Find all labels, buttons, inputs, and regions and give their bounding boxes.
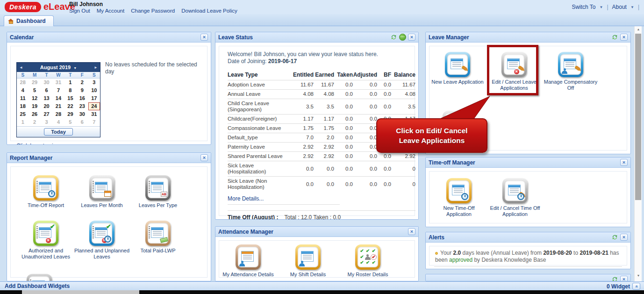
calendar-day-selected[interactable]: 24 [88, 102, 100, 110]
add-dashboard-widgets-link[interactable]: Add Dashboard Widgets [5, 283, 70, 289]
calendar-day[interactable]: 16 [76, 94, 88, 102]
my-account-link[interactable]: My Account [97, 8, 124, 14]
close-icon[interactable]: × [408, 34, 415, 41]
more-details-link[interactable]: More Details... [228, 195, 264, 202]
launcher-new-time-off-application[interactable]: New Time-Off Application [431, 178, 487, 217]
time-off-report-icon[interactable] [33, 175, 58, 201]
calendar-day[interactable]: 30 [41, 79, 52, 86]
calendar-day[interactable]: 9 [76, 86, 88, 94]
planned-and-unplanned-leaves-icon[interactable]: ✔× [89, 221, 114, 246]
my-roster-details-icon[interactable]: ✔✔✔✔✔✔✔✔ [355, 244, 380, 270]
collapse-panel-button[interactable]: « [632, 283, 640, 290]
options-icon[interactable]: ··· [399, 34, 406, 41]
calendar-day[interactable]: 5 [29, 86, 40, 94]
today-button[interactable]: Today [44, 128, 73, 136]
close-icon[interactable]: × [620, 234, 628, 241]
calendar-day[interactable]: 28 [17, 79, 29, 86]
calendar-day[interactable]: 6 [76, 118, 88, 126]
calendar-day[interactable]: 7 [88, 118, 100, 126]
calendar-day[interactable]: 22 [64, 102, 76, 110]
calendar-day[interactable]: 17 [88, 94, 100, 102]
launcher-total-paid-lwp[interactable]: Total Paid-LWP [130, 221, 186, 260]
calendar-day[interactable]: 14 [52, 94, 64, 102]
refresh-icon[interactable] [611, 34, 618, 41]
view-more-link[interactable]: Click here to view more [16, 143, 75, 145]
calendar-day[interactable]: 30 [76, 110, 88, 118]
calendar-day[interactable]: 28 [52, 110, 64, 118]
calendar-day[interactable]: 23 [76, 102, 88, 110]
calendar-day[interactable]: 4 [52, 118, 64, 126]
calendar-day[interactable]: 7 [52, 86, 64, 94]
my-attendance-details-icon[interactable] [236, 244, 261, 270]
prev-month-icon[interactable]: ◄ [19, 65, 23, 70]
about-link[interactable]: About [612, 4, 627, 10]
launcher-edit-cancel-time-off-application[interactable]: ✎Edit / Cancel Time Off Application [487, 178, 543, 217]
calendar-day[interactable]: 2 [29, 118, 40, 126]
close-icon[interactable]: × [620, 159, 628, 166]
calendar-day[interactable]: 27 [41, 110, 52, 118]
calendar-day[interactable]: 1 [64, 79, 76, 86]
calendar-day[interactable]: 15 [64, 94, 76, 102]
calendar-day[interactable]: 11 [17, 94, 29, 102]
calendar-day[interactable]: 12 [29, 94, 40, 102]
calendar-day[interactable]: 29 [64, 110, 76, 118]
close-icon[interactable]: × [200, 154, 208, 161]
calendar-day[interactable]: 20 [41, 102, 52, 110]
calendar-day[interactable]: 29 [29, 79, 40, 86]
calendar-day[interactable]: 2 [76, 79, 88, 86]
calendar-day[interactable]: 1 [17, 118, 29, 126]
app-icon[interactable] [27, 274, 52, 281]
launcher-my-roster-details[interactable]: ✔✔✔✔✔✔✔✔My Roster Details [340, 244, 396, 278]
calendar-day[interactable]: 3 [88, 79, 100, 86]
launcher-authorized-and-unauthorized-leaves[interactable]: ✔×Authorized and Unauthorized Leaves [18, 221, 74, 260]
calendar-day[interactable]: 21 [52, 102, 64, 110]
refresh-icon[interactable] [611, 234, 618, 241]
launcher-my-attendance-details[interactable]: My Attendance Details [220, 244, 276, 278]
vertical-scrollbar[interactable]: ▲ ▼ [634, 26, 642, 281]
launcher-manage-compensatory-off[interactable]: ✎Manage Compensatory Off [543, 52, 599, 91]
calendar-day[interactable]: 18 [17, 102, 29, 110]
sign-out-link[interactable]: Sign Out [69, 8, 90, 14]
manage-compensatory-off-icon[interactable]: ✎ [558, 52, 583, 77]
calendar-day[interactable]: 5 [64, 118, 76, 126]
close-icon[interactable]: × [620, 276, 628, 281]
close-icon[interactable]: × [200, 34, 208, 41]
change-password-link[interactable]: Change Password [131, 8, 175, 14]
my-shift-details-icon[interactable] [295, 244, 321, 270]
launcher-time-off-report[interactable]: Time-Off Report [18, 175, 74, 208]
calendar-day[interactable]: 26 [29, 110, 40, 118]
leaves-per-type-icon[interactable]: AB [145, 175, 171, 201]
calendar-day[interactable]: 31 [52, 79, 64, 86]
calendar-day[interactable]: 25 [17, 110, 29, 118]
leaves-per-month-icon[interactable] [89, 175, 114, 201]
calendar-day[interactable]: 4 [17, 86, 29, 94]
scroll-down-icon[interactable]: ▼ [635, 272, 642, 279]
launcher-leaves-per-month[interactable]: Leaves Per Month [74, 175, 130, 208]
calendar-day[interactable]: 10 [88, 86, 100, 94]
month-dropdown[interactable]: August 2019 ▼ [23, 65, 94, 70]
download-leave-policy-link[interactable]: Download Leave Policy [181, 8, 237, 14]
refresh-icon[interactable] [390, 34, 397, 41]
edit-cancel-time-off-application-icon[interactable]: ✎ [502, 178, 528, 203]
scrollbar-thumb[interactable] [635, 34, 641, 200]
total-paid-lwp-icon[interactable] [145, 221, 171, 246]
calendar-day[interactable]: 31 [88, 110, 100, 118]
scroll-up-icon[interactable]: ▲ [635, 26, 642, 33]
new-time-off-application-icon[interactable] [446, 178, 472, 203]
close-icon[interactable]: × [408, 228, 415, 235]
calendar-day[interactable]: 13 [41, 94, 52, 102]
calendar-day[interactable]: 6 [41, 86, 52, 94]
calendar-day[interactable]: 3 [41, 118, 52, 126]
calendar-day[interactable]: 8 [64, 86, 76, 94]
calendar-day[interactable]: 19 [29, 102, 40, 110]
launcher-planned-and-unplanned-leaves[interactable]: ✔×Planned and Unplanned Leaves [74, 221, 130, 260]
launcher-my-shift-details[interactable]: My Shift Details [280, 244, 336, 278]
refresh-icon[interactable] [611, 276, 618, 281]
tab-dashboard[interactable]: Dashboard [4, 15, 54, 26]
next-month-icon[interactable]: ► [94, 65, 98, 70]
launcher-leaves-per-type[interactable]: ABLeaves Per Type [130, 175, 186, 208]
launcher-new-leave-application[interactable]: ✎New Leave Application [429, 52, 486, 91]
authorized-and-unauthorized-leaves-icon[interactable]: ✔× [33, 221, 58, 246]
new-leave-application-icon[interactable]: ✎ [445, 52, 470, 77]
close-icon[interactable]: × [620, 34, 628, 41]
